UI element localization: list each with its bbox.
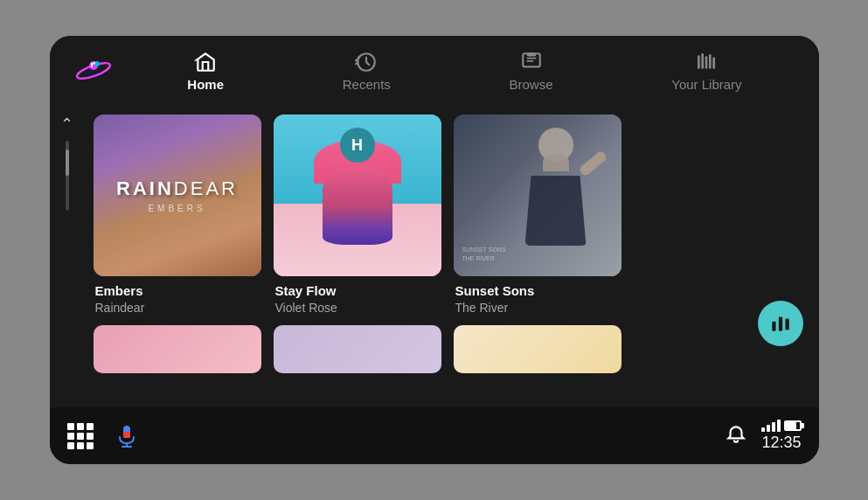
cards-row-top: RAINDEAR EMBERS Embers Raindear	[85, 115, 810, 316]
raindear-title: RAINDEAR	[116, 177, 238, 200]
nav-items: Home Recents Browse	[128, 44, 802, 99]
scroll-up-button[interactable]: ⌃	[60, 115, 73, 134]
card-embers-image: RAINDEAR EMBERS	[94, 115, 261, 276]
card-embers-subtitle: Raindear	[95, 301, 260, 315]
raindear-sub: EMBERS	[116, 204, 238, 213]
card-stay-flow-image: H	[274, 115, 441, 276]
grid-dot	[77, 433, 84, 440]
card-stay-flow-artwork: H	[274, 115, 441, 276]
grid-dot	[87, 423, 94, 430]
apps-grid-icon[interactable]	[67, 423, 94, 449]
signal-row	[761, 420, 802, 432]
svg-rect-15	[778, 316, 781, 330]
card-stay-flow[interactable]: H Stay Flow Violet Rose	[274, 115, 441, 316]
bottom-bar: 12:35	[50, 407, 819, 464]
svg-rect-14	[772, 322, 775, 331]
grid-dot	[67, 433, 74, 440]
svg-rect-18	[123, 432, 130, 438]
signal-bar-3	[772, 422, 775, 432]
card-bottom-3[interactable]	[454, 325, 621, 373]
equalizer-icon	[769, 312, 792, 335]
battery-fill	[786, 422, 797, 429]
signal-area: 12:35	[761, 420, 802, 452]
card-stay-flow-subtitle: Violet Rose	[275, 301, 440, 315]
card-sunset-sons-image: SUNSET SONSTHE RIVER	[454, 115, 621, 276]
fab-equalizer-button[interactable]	[758, 301, 803, 346]
signal-bar-1	[761, 427, 765, 432]
cards-row-bottom	[85, 325, 810, 373]
nav-recents[interactable]: Recents	[325, 44, 408, 99]
top-nav: Home Recents Browse	[50, 36, 819, 106]
nav-home[interactable]: Home	[170, 44, 241, 99]
nav-browse-label: Browse	[510, 77, 553, 92]
card-embers[interactable]: RAINDEAR EMBERS Embers Raindear	[94, 115, 261, 316]
signal-bars	[761, 420, 781, 432]
signal-bar-2	[767, 425, 770, 432]
card-sunset-sons-artwork: SUNSET SONSTHE RIVER	[454, 115, 621, 276]
nav-recents-label: Recents	[343, 77, 391, 92]
grid-dot	[77, 442, 84, 449]
scroll-track	[66, 141, 69, 211]
card-bottom-1[interactable]	[94, 325, 261, 373]
card-sunset-sons-subtitle: The River	[455, 301, 620, 315]
bottom-right: 12:35	[725, 420, 802, 452]
microphone-button[interactable]	[111, 420, 142, 452]
grid-dot	[87, 433, 94, 440]
card-sunset-sons[interactable]: SUNSET SONSTHE RIVER Sunset Sons The Riv…	[454, 115, 621, 316]
card-embers-info: Embers Raindear	[94, 276, 261, 316]
scroll-bar: ⌃	[50, 106, 85, 407]
grid-dot	[77, 423, 84, 430]
nav-library-label: Your Library	[671, 77, 741, 92]
scroll-thumb	[66, 149, 69, 176]
nav-browse[interactable]: Browse	[492, 44, 571, 99]
grid-dot	[87, 442, 94, 449]
signal-bar-4	[777, 420, 781, 432]
bell-icon	[725, 423, 747, 446]
grid-dot	[67, 423, 74, 430]
card-stay-flow-info: Stay Flow Violet Rose	[274, 276, 441, 316]
main-content: ⌃ RAINDEAR	[50, 106, 819, 407]
notification-button[interactable]	[725, 423, 747, 449]
card-embers-artwork: RAINDEAR EMBERS	[94, 115, 261, 276]
card-bottom-2[interactable]	[274, 325, 441, 373]
card-stay-flow-title: Stay Flow	[275, 283, 440, 299]
cards-area: RAINDEAR EMBERS Embers Raindear	[85, 106, 819, 407]
time-display: 12:35	[761, 434, 801, 452]
nav-library[interactable]: Your Library	[654, 44, 759, 99]
nav-home-label: Home	[187, 77, 224, 92]
svg-rect-16	[785, 319, 788, 330]
bottom-left	[67, 420, 142, 452]
card-sunset-sons-title: Sunset Sons	[455, 283, 620, 299]
card-sunset-sons-info: Sunset Sons The River	[454, 276, 621, 316]
car-display: Home Recents Browse	[50, 36, 819, 464]
app-logo	[67, 52, 120, 90]
card-embers-title: Embers	[95, 283, 260, 299]
svg-rect-8	[527, 53, 535, 55]
grid-dot	[67, 442, 74, 449]
battery-icon	[784, 420, 802, 431]
